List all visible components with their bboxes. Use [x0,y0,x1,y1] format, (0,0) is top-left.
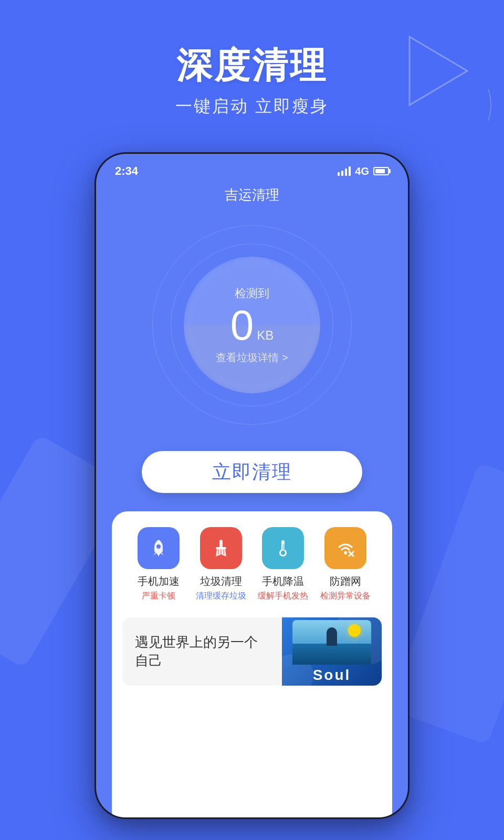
status-bar: 2:34 4G [96,154,408,183]
feature-desc-accelerate: 严重卡顿 [142,591,175,602]
battery-icon [373,167,389,175]
signal-bar-4 [349,166,351,176]
ad-banner-image: Soul [282,617,382,686]
feature-icon-accelerate [138,527,180,569]
ad-banner-text: 遇见世界上的另一个自己 [122,623,282,680]
main-title: 深度清理 [0,42,504,90]
feature-name-accelerate: 手机加速 [138,574,180,589]
feature-name-clean: 垃圾清理 [200,574,242,589]
signal-bar-3 [345,169,347,176]
feature-name-cool: 手机降温 [262,574,304,589]
svg-rect-5 [220,549,222,555]
svg-point-11 [344,551,347,554]
feature-icon-wifi [324,527,366,569]
sub-title: 一键启动 立即瘦身 [0,95,504,118]
gauge-container: 检测到 0 KB 查看垃圾详情 > [152,225,352,425]
status-right: 4G [338,165,389,177]
gauge-unit: KB [257,328,274,343]
thermometer-icon [272,538,293,559]
battery-fill [375,169,385,173]
svg-rect-6 [223,549,224,554]
clean-button[interactable]: 立即清理 [142,451,362,493]
signal-bars-icon [338,166,351,176]
wifi-block-icon [335,538,356,559]
gauge-detected-label: 检测到 [235,286,269,301]
phone-mockup: 2:34 4G 吉运清理 [94,152,410,819]
feature-row: 手机加速 严重卡顿 [122,527,382,602]
feature-icon-cool [262,527,304,569]
broom-icon [211,538,232,559]
gauge-value: 0 [230,304,254,346]
svg-rect-10 [282,544,285,552]
svg-rect-2 [219,540,223,548]
bottom-card: 手机加速 严重卡顿 [112,511,392,817]
network-type: 4G [355,165,369,177]
signal-bar-2 [341,171,343,176]
feature-item-cool[interactable]: 手机降温 缓解手机发热 [254,527,312,602]
clean-button-label: 立即清理 [212,459,292,485]
status-time: 2:34 [115,164,138,178]
svg-rect-4 [218,549,219,554]
rocket-icon [148,538,169,559]
feature-name-wifi: 防蹭网 [330,574,361,589]
feature-desc-clean: 清理缓存垃圾 [196,591,246,602]
app-title: 吉运清理 [96,183,408,215]
ad-app-name: Soul [313,667,351,684]
svg-point-1 [156,544,161,549]
phone-screen: 2:34 4G 吉运清理 [96,154,408,817]
phone-frame: 2:34 4G 吉运清理 [94,152,410,819]
feature-desc-cool: 缓解手机发热 [258,591,308,602]
svg-rect-3 [216,547,226,549]
signal-bar-1 [338,172,340,176]
gauge-detail-link[interactable]: 查看垃圾详情 > [216,351,288,365]
header-section: 深度清理 一键启动 立即瘦身 [0,42,504,118]
gauge-center: 检测到 0 KB 查看垃圾详情 > [184,257,320,393]
feature-item-clean[interactable]: 垃圾清理 清理缓存垃圾 [192,527,250,602]
ad-banner[interactable]: 遇见世界上的另一个自己 [122,617,382,686]
feature-desc-wifi: 检测异常设备 [320,591,371,602]
main-content: 检测到 0 KB 查看垃圾详情 > 立即清理 [96,215,408,817]
feature-item-wifi[interactable]: 防蹭网 检测异常设备 [317,527,374,602]
feature-icon-clean [200,527,242,569]
feature-item-accelerate[interactable]: 手机加速 严重卡顿 [130,527,187,602]
